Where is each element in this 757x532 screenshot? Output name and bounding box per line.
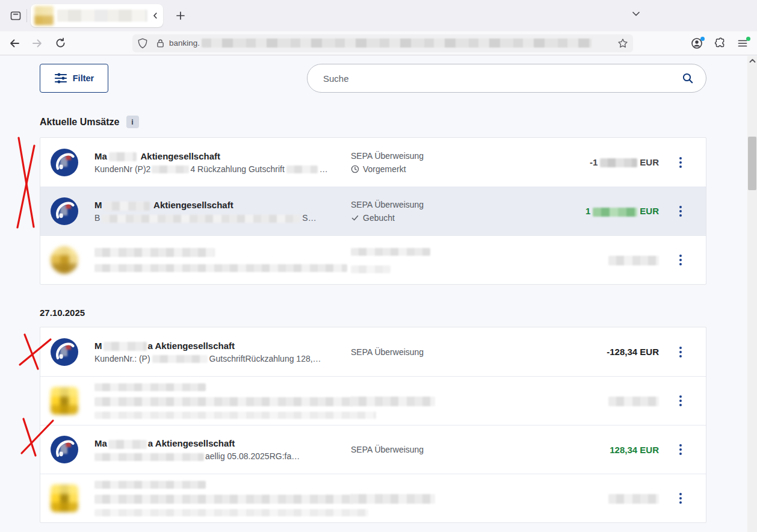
transaction-amount: -128,34 EUR xyxy=(523,347,673,357)
transaction-title: Maa Aktiengesellschaft xyxy=(94,437,351,450)
check-icon xyxy=(351,214,359,222)
transaction-amount: 1EUR xyxy=(523,206,673,217)
transaction-amount-redacted xyxy=(523,255,673,265)
new-tab-button[interactable] xyxy=(171,7,190,25)
transaction-status: Gebucht xyxy=(351,211,523,224)
tab-title-redacted xyxy=(57,10,147,22)
company-logo-blue xyxy=(51,149,78,176)
back-button[interactable] xyxy=(5,34,24,52)
company-logo-yellow xyxy=(51,484,78,512)
transaction-type: SEPA Überweisung xyxy=(351,198,523,211)
url-bar[interactable]: banking. xyxy=(132,34,633,52)
extensions-button[interactable] xyxy=(710,34,729,52)
date-header: 27.10.2025 xyxy=(40,308,706,318)
transaction-row[interactable]: Maa Aktiengesellschaft aellig 05.08.2025… xyxy=(40,425,706,474)
transaction-subtitle: KundenNr.: (P)GutschriftRückzahlung 128,… xyxy=(94,353,351,365)
bookmark-star-icon[interactable] xyxy=(617,38,628,49)
transaction-title: Ma Aktiengesellschaft xyxy=(94,339,351,353)
row-menu-button[interactable] xyxy=(673,202,688,220)
section-title: Aktuelle Umsätze xyxy=(40,117,120,128)
browser-tab[interactable] xyxy=(31,4,163,27)
tab-separator xyxy=(26,9,27,22)
row-menu-button[interactable] xyxy=(673,153,688,172)
row-menu-button[interactable] xyxy=(673,251,688,269)
menu-update-badge xyxy=(746,37,750,41)
transaction-amount-redacted xyxy=(523,395,673,406)
reload-button[interactable] xyxy=(51,34,70,52)
transactions-card-dated: Ma Aktiengesellschaft KundenNr.: (P)Guts… xyxy=(40,327,706,523)
transaction-subtitle: KundenNr (P)24 Rückzahlung Gutschrift… xyxy=(94,163,351,175)
transaction-type: SEPA Überweisung xyxy=(351,149,523,162)
row-menu-button[interactable] xyxy=(673,343,688,361)
row-menu-button[interactable] xyxy=(673,392,688,410)
company-logo-blue xyxy=(51,338,78,366)
company-logo-blue xyxy=(51,436,78,463)
firefox-view-icon[interactable] xyxy=(6,6,25,25)
filter-button[interactable]: Filter xyxy=(40,64,108,93)
tab-bar xyxy=(0,0,757,31)
transaction-amount: 128,34 EUR xyxy=(523,445,673,455)
info-badge[interactable]: i xyxy=(126,116,139,128)
transaction-row-redacted[interactable] xyxy=(40,474,706,522)
company-logo-yellow xyxy=(51,246,78,274)
search-box[interactable] xyxy=(307,64,706,93)
url-redacted xyxy=(202,39,592,48)
transaction-amount-redacted xyxy=(523,493,673,504)
transaction-row-redacted[interactable] xyxy=(40,235,706,284)
transaction-type: SEPA Überweisung xyxy=(351,345,523,359)
transaction-subtitle: BS… xyxy=(94,212,351,224)
tracking-shield-icon[interactable] xyxy=(137,38,148,49)
account-sync-badge xyxy=(700,37,705,41)
navigation-bar: banking. xyxy=(0,31,757,55)
transaction-title: Ma Aktiengesellschaft xyxy=(94,150,351,163)
transaction-type: SEPA Überweisung xyxy=(351,443,523,456)
scrollbar-thumb[interactable] xyxy=(748,137,756,190)
transaction-title: M Aktiengesellschaft xyxy=(94,199,351,212)
search-input[interactable] xyxy=(323,73,682,84)
forward-button[interactable] xyxy=(28,34,47,52)
tab-favicon xyxy=(34,6,54,25)
transaction-status: Vorgemerkt xyxy=(351,162,523,176)
menu-button[interactable] xyxy=(733,34,752,52)
scroll-up-arrow-icon[interactable] xyxy=(747,56,757,66)
page-scrollbar[interactable] xyxy=(747,56,757,532)
transaction-row[interactable]: Ma Aktiengesellschaft KundenNr.: (P)Guts… xyxy=(40,327,706,376)
url-text: banking. xyxy=(169,39,200,48)
company-logo-yellow xyxy=(51,387,78,415)
row-menu-button[interactable] xyxy=(673,441,688,459)
account-button[interactable] xyxy=(687,34,706,52)
banking-page: Filter Aktuelle Umsätze i Ma Aktiengesel… xyxy=(0,55,757,531)
filter-sliders-icon xyxy=(54,72,67,84)
transaction-row-redacted[interactable] xyxy=(40,376,706,425)
transaction-amount: -1EUR xyxy=(523,157,673,168)
ssl-lock-icon[interactable] xyxy=(155,38,165,48)
clock-icon xyxy=(351,165,359,173)
transaction-row[interactable]: Ma Aktiengesellschaft KundenNr (P)24 Rüc… xyxy=(40,138,706,187)
company-logo-blue xyxy=(51,197,78,225)
row-menu-button[interactable] xyxy=(673,489,688,507)
transaction-subtitle: aellig 05.08.2025RG:fa… xyxy=(94,450,351,462)
tab-scroll-left-icon[interactable] xyxy=(151,11,159,20)
transactions-card-current: Ma Aktiengesellschaft KundenNr (P)24 Rüc… xyxy=(40,137,706,285)
list-all-tabs-chevron-icon[interactable] xyxy=(631,8,641,19)
transaction-row[interactable]: M Aktiengesellschaft BS… SEPA Überweisun… xyxy=(40,187,706,235)
search-icon[interactable] xyxy=(682,72,694,84)
